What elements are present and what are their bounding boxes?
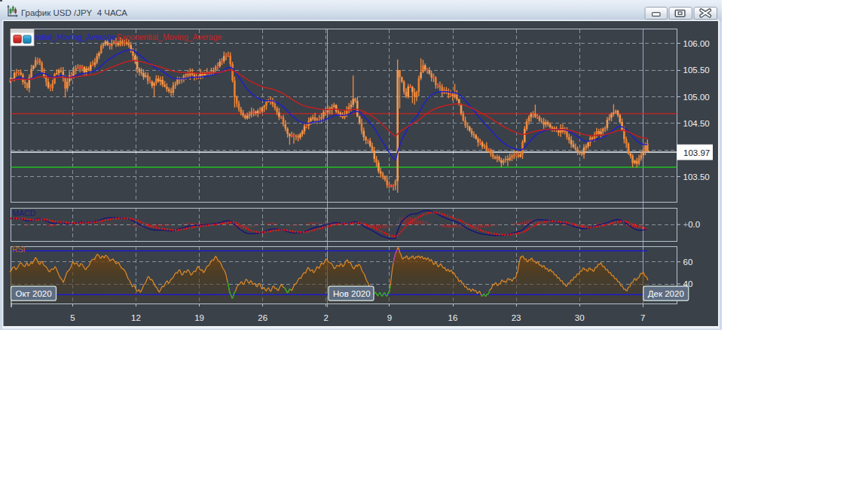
svg-text:23: 23 xyxy=(512,313,521,322)
svg-text:16: 16 xyxy=(448,313,458,322)
svg-text:Exponential_Moving_Average: Exponential_Moving_Average xyxy=(117,32,222,41)
svg-text:+0.0: +0.0 xyxy=(683,220,701,229)
svg-text:19: 19 xyxy=(194,313,204,322)
svg-text:60: 60 xyxy=(683,258,693,267)
svg-text:105.50: 105.50 xyxy=(683,66,710,75)
svg-text:7: 7 xyxy=(640,313,645,322)
svg-text:103.50: 103.50 xyxy=(683,172,710,181)
svg-text:RSI: RSI xyxy=(12,245,26,254)
svg-text:2: 2 xyxy=(324,313,329,322)
svg-text:103.97: 103.97 xyxy=(683,148,710,157)
svg-text:Окт 2020: Окт 2020 xyxy=(16,289,52,298)
svg-text:Дек 2020: Дек 2020 xyxy=(648,289,684,298)
svg-text:9: 9 xyxy=(387,313,392,322)
svg-text:26: 26 xyxy=(258,313,267,322)
svg-text:105.00: 105.00 xyxy=(683,93,710,102)
svg-text:104.50: 104.50 xyxy=(683,119,710,128)
svg-text:Нов 2020: Нов 2020 xyxy=(333,289,371,298)
svg-text:30: 30 xyxy=(575,313,585,322)
svg-text:5: 5 xyxy=(70,313,75,322)
svg-text:MACD: MACD xyxy=(13,209,36,218)
svg-text:12: 12 xyxy=(131,313,141,322)
svg-text:106.00: 106.00 xyxy=(683,39,710,48)
svg-text:График USD /JPY 4 ЧАСА: График USD /JPY 4 ЧАСА xyxy=(21,8,127,17)
